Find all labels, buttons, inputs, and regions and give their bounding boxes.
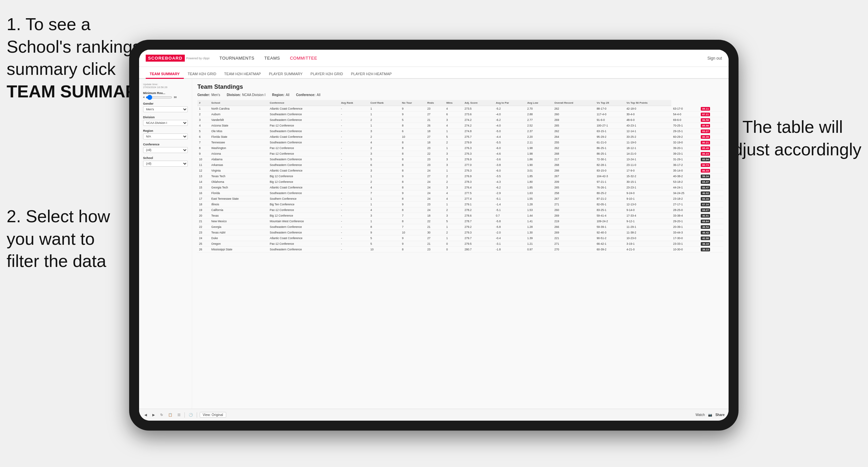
table-cell: - (339, 185, 369, 190)
nav-teams[interactable]: TEAMS (264, 56, 280, 61)
table-cell: Atlantic Coast Conference (268, 236, 339, 241)
table-cell: Southeastern Conference (268, 157, 339, 162)
table-cell: -1.4 (494, 202, 526, 207)
table-cell: -3.8 (494, 162, 526, 168)
table-cell: 32-19-0 (671, 140, 699, 146)
table-cell: 80.23 (699, 151, 723, 157)
table-cell: Pac-12 Conference (268, 146, 339, 151)
table-cell: 33-38-4 (671, 213, 699, 219)
table-cell: 3 (444, 185, 463, 190)
table-cell: 109-24-2 (595, 219, 625, 224)
toolbar-clock[interactable]: 🕐 (187, 412, 194, 417)
table-cell: -2.0 (494, 230, 526, 236)
region-select[interactable]: N/A (143, 133, 188, 139)
table-cell: 2.77 (526, 117, 553, 123)
tab-team-h2h-heatmap[interactable]: TEAM H2H HEATMAP (220, 70, 265, 79)
table-cell: 1 (369, 112, 400, 117)
division-select[interactable]: NCAA Division I (143, 120, 188, 126)
table-cell: 3 (444, 162, 463, 168)
table-cell: 27 (426, 236, 444, 241)
tab-player-summary[interactable]: PLAYER SUMMARY (265, 70, 307, 79)
table-cell: Florida State (210, 134, 268, 140)
nav-tournaments[interactable]: TOURNAMENTS (219, 56, 254, 61)
col-no-tour: No Tour (400, 100, 426, 106)
toolbar-copy[interactable]: 📋 (167, 412, 174, 417)
tablet-frame: SCOREBOARD Powered by clippi TOURNAMENTS… (129, 40, 739, 431)
school-select[interactable]: (All) (143, 161, 188, 166)
min-rou-val: 4 (143, 96, 145, 99)
table-cell: Texas A&M (210, 230, 268, 236)
toolbar-view-btn[interactable]: View: Original (200, 412, 226, 418)
table-cell: 48.18 (699, 241, 723, 247)
toolbar-grid[interactable]: ☷ (176, 412, 182, 417)
tab-team-summary[interactable]: TEAM SUMMARY (146, 70, 184, 79)
tab-player-h2h-grid[interactable]: PLAYER H2H GRID (307, 70, 347, 79)
table-cell: - (339, 174, 369, 179)
instruction-2: 2. Select how you want to filter the dat… (7, 205, 110, 273)
min-rou-section: Minimum Rou... 4 30 (143, 91, 188, 99)
toolbar-export[interactable]: 📷 (708, 413, 712, 417)
table-cell: 279.5 (463, 241, 494, 247)
table-cell: 23-11-0 (625, 162, 672, 168)
table-cell: 23 (197, 230, 210, 236)
gender-select[interactable]: Men's (143, 106, 188, 112)
table-cell: Southeastern Conference (268, 128, 339, 134)
table-row: 18IllinoisBig Ten Conference-19231279.1-… (197, 202, 723, 207)
table-row: 26Mississippi StateSoutheastern Conferen… (197, 247, 723, 252)
table-cell: 86-25-1 (595, 146, 625, 151)
filter-division-label: Division: (227, 93, 241, 97)
toolbar-watch[interactable]: Watch (695, 413, 705, 417)
min-rou-label: Minimum Rou... (143, 91, 188, 95)
conference-select[interactable]: (All) (143, 147, 188, 153)
table-cell: -4.6 (494, 151, 526, 157)
tab-team-h2h-grid[interactable]: TEAM H2H GRID (184, 70, 220, 79)
table-cell: 276.3 (463, 146, 494, 151)
table-cell: -5.5 (494, 140, 526, 146)
table-cell: 276.4 (463, 185, 494, 190)
table-cell: 1.53 (526, 207, 553, 213)
filter-gender: Gender: Men's (197, 93, 220, 97)
table-cell: 9 (369, 230, 400, 236)
table-cell: 9 (400, 106, 426, 112)
table-cell: 1 (369, 219, 400, 224)
instruction-3: 3. The table will adjust accordingly (723, 116, 861, 161)
table-cell: - (339, 230, 369, 236)
toolbar-share[interactable]: Share (715, 413, 724, 417)
table-cell: Alabama (210, 157, 268, 162)
table-cell: 66-42-1 (595, 241, 625, 247)
table-cell: 6 (400, 128, 426, 134)
nav-committee[interactable]: COMMITTEE (290, 56, 317, 61)
toolbar-back[interactable]: ◀ (143, 412, 148, 417)
table-cell: 21 (426, 224, 444, 230)
table-cell: 271 (553, 241, 595, 247)
table-cell: 3 (369, 213, 400, 219)
table-cell: 42.98 (699, 236, 723, 241)
min-rou-slider[interactable] (146, 96, 172, 98)
table-cell: 1 (444, 146, 463, 151)
table-body: 1North CarolinaAtlantic Coast Conference… (197, 106, 723, 252)
table-cell: 277.4 (463, 196, 494, 202)
table-cell: 269 (553, 213, 595, 219)
table-cell: 70-25-1 (671, 123, 699, 128)
table-cell: 18-12-1 (625, 146, 672, 151)
table-row: 2AuburnSoutheastern Conference-19276273.… (197, 112, 723, 117)
toolbar-forward[interactable]: ▶ (151, 412, 156, 417)
table-cell: 9 (400, 236, 426, 241)
toolbar-refresh[interactable]: ↻ (159, 412, 164, 417)
table-cell: 4 (444, 196, 463, 202)
table-cell: Atlantic Coast Conference (268, 106, 339, 112)
table-cell: 260 (553, 207, 595, 213)
table-cell: 278.3 (463, 179, 494, 185)
table-cell: 277.5 (463, 190, 494, 196)
tab-player-h2h-heatmap[interactable]: PLAYER H2H HEATMAP (347, 70, 396, 79)
col-rnds: Rnds (426, 100, 444, 106)
table-cell: 4-21-0 (625, 247, 672, 252)
table-cell: Southeastern Conference (268, 190, 339, 196)
table-cell: 11-19-0 (625, 140, 672, 146)
table-cell: 23 (426, 146, 444, 151)
table-cell: 18 (426, 213, 444, 219)
table-cell: 1 (369, 123, 400, 128)
table-cell: Pac-12 Conference (268, 123, 339, 128)
sign-out[interactable]: Sign out (707, 56, 722, 61)
table-cell: 43-23-1 (625, 123, 672, 128)
